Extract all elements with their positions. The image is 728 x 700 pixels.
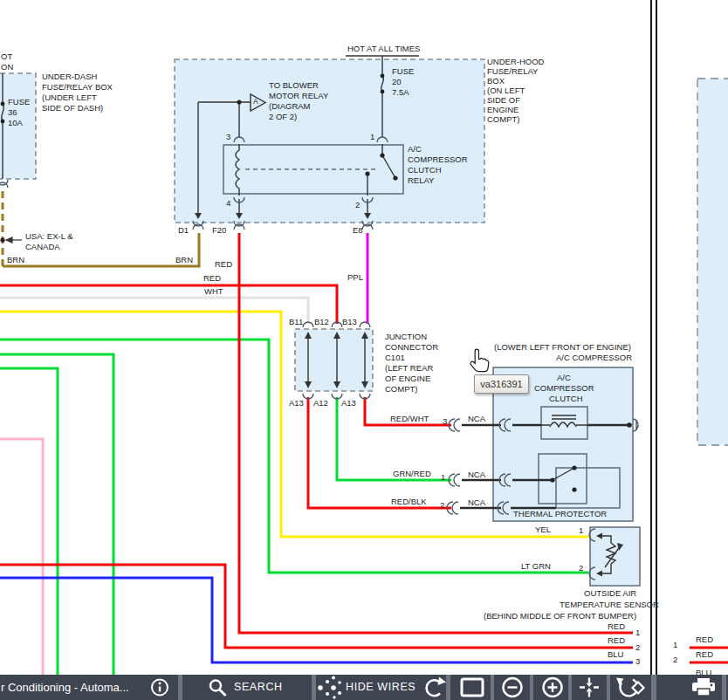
page-separator [650,0,657,675]
diagram-title: r Conditioning - Automa... [1,675,129,700]
hide-wires-label: HIDE WIRES [346,675,416,700]
right-page-box [697,79,728,445]
wires-blue [0,578,633,662]
underhood-fusebox [175,59,484,223]
hover-tooltip: va316391 [474,374,529,394]
bottom-toolbar: r Conditioning - Automa... SEARCH HIDE W… [0,675,728,700]
wires-brown [3,191,199,266]
hand-cursor-icon [468,347,491,374]
variant-arrow [6,237,22,243]
wires-pink [0,439,43,675]
search-label: SEARCH [234,675,283,700]
diagram-viewport[interactable]: OT ON UNDER-DASH FUSE/RELAY BOX (UNDER L… [0,0,728,700]
wiring-diagram-canvas [0,0,728,675]
underdash-fusebox [0,73,36,179]
wiring-diagram-app: OT ON UNDER-DASH FUSE/RELAY BOX (UNDER L… [0,0,728,700]
